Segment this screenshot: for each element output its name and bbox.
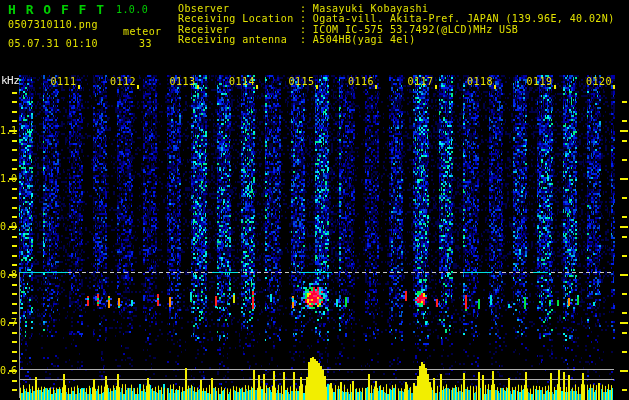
- time-tick-label: 0118: [463, 76, 493, 87]
- output-filename: 0507310110.png: [8, 19, 98, 30]
- time-tick-label: 0114: [225, 76, 255, 87]
- app-version: 1.0.0: [116, 4, 148, 15]
- receiver-info-block: Observer : Masayuki KobayashiReceiving L…: [178, 4, 615, 46]
- spectrogram-canvas: [0, 0, 629, 400]
- time-tick-label: 0111: [47, 76, 77, 87]
- datetime-stamp: 05.07.31 01:10: [8, 38, 98, 49]
- time-tick-label: 0115: [285, 76, 315, 87]
- hrofft-screen: H R O F F T 1.0.0 0507310110.png 05.07.3…: [0, 0, 629, 400]
- freq-tick-label: 0.9: [0, 221, 16, 232]
- meteor-counter-label: meteor: [123, 26, 162, 37]
- freq-tick-label: 0.7: [0, 317, 16, 328]
- freq-tick-label: 0.8: [0, 269, 16, 280]
- freq-tick-label: 1.1: [0, 125, 16, 136]
- app-title: H R O F F T: [8, 2, 105, 17]
- receiver-info-row: Receiving antenna : A504HB(yagi 4el): [178, 35, 615, 45]
- freq-axis-unit: kHz: [1, 74, 19, 87]
- time-tick-label: 0113: [166, 76, 196, 87]
- meteor-counter-value: 33: [139, 38, 152, 49]
- time-tick-label: 0120: [582, 76, 612, 87]
- freq-tick-label: 0.6: [0, 365, 16, 376]
- time-tick-label: 0119: [523, 76, 553, 87]
- time-tick-label: 0117: [404, 76, 434, 87]
- time-tick-label: 0116: [344, 76, 374, 87]
- time-tick-label: 0112: [106, 76, 136, 87]
- freq-tick-label: 1.0: [0, 173, 16, 184]
